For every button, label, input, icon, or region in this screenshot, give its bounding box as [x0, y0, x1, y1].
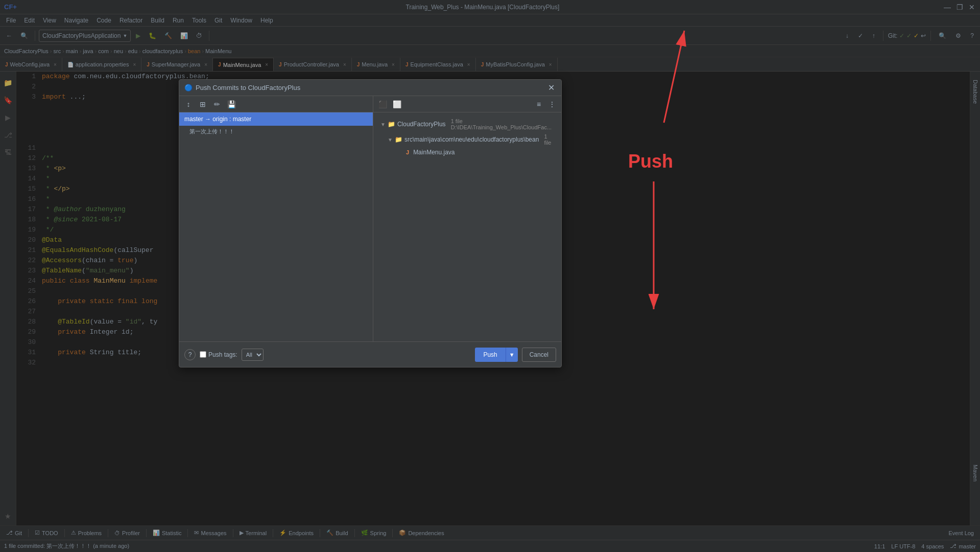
tree-view-btn[interactable]: ⋮: [546, 98, 558, 110]
sort-btn[interactable]: ↕: [182, 98, 195, 110]
collapse-all-btn[interactable]: ⬜: [391, 98, 403, 110]
tree-mainmenu-label: MainMenu.java: [413, 149, 455, 156]
tree-root-meta: 1 file D:\IDEA\Training_Web_Plus\CloudFa…: [451, 118, 554, 130]
push-dropdown-button[interactable]: ▼: [506, 348, 518, 362]
push-tags-text: Push tags:: [208, 351, 237, 358]
tree-src-label: src\main\java\com\neu\edu\cloudfactorypl…: [404, 136, 539, 143]
push-tags-select[interactable]: All: [242, 349, 264, 361]
tree-item-root[interactable]: ▼ 📁 CloudFactoryPlus 1 file D:\IDEA\Trai…: [377, 117, 557, 132]
commit-sub: 第一次上传！！！: [179, 126, 373, 137]
root-folder-icon: 📁: [388, 121, 395, 128]
dialog-title-text: Push Commits to CloudFactoryPlus: [196, 84, 300, 91]
dialog-file-tree: ⬛ ⬜ ≡ ⋮ ▼ 📁 CloudFactoryPlus 1 file D:\I…: [373, 96, 561, 341]
src-folder-icon: 📁: [395, 136, 402, 143]
mainmenu-java-icon: J: [406, 149, 409, 155]
dialog-help-button[interactable]: ?: [184, 349, 196, 360]
edit-btn[interactable]: ✏: [211, 98, 223, 110]
group-btn[interactable]: ⊞: [197, 98, 209, 110]
dialog-close-button[interactable]: ✕: [546, 83, 556, 93]
dialog-right-toolbar: ⬛ ⬜ ≡ ⋮: [373, 96, 561, 112]
list-view-btn[interactable]: ≡: [533, 98, 545, 110]
tree-item-src[interactable]: ▼ 📁 src\main\java\com\neu\edu\cloudfacto…: [377, 132, 557, 147]
dialog-body: ↕ ⊞ ✏ 💾 master → origin : master 第一次上传！！…: [179, 96, 561, 341]
src-toggle: ▼: [388, 137, 393, 143]
dialog-titlebar: 🔵 Push Commits to CloudFactoryPlus ✕: [179, 80, 561, 96]
dialog-left-toolbar: ↕ ⊞ ✏ 💾: [179, 96, 373, 112]
push-button-group: Push ▼: [475, 348, 517, 362]
cancel-button[interactable]: Cancel: [522, 348, 556, 362]
dialog-action-btns: Push ▼ Cancel: [475, 348, 556, 362]
tree-item-mainmenu[interactable]: J MainMenu.java: [377, 147, 557, 157]
dialog-title-icon: 🔵: [184, 84, 193, 91]
push-tags-checkbox[interactable]: [200, 351, 206, 358]
push-dialog: 🔵 Push Commits to CloudFactoryPlus ✕ ↕ ⊞…: [179, 79, 562, 367]
dialog-title: 🔵 Push Commits to CloudFactoryPlus: [184, 84, 546, 91]
commit-branch-text: master → origin : master: [184, 116, 251, 123]
push-tags-label: Push tags:: [200, 351, 237, 358]
dialog-overlay: 🔵 Push Commits to CloudFactoryPlus ✕ ↕ ⊞…: [0, 0, 980, 552]
tree-src-meta: 1 file: [544, 133, 554, 146]
commit-item-master[interactable]: master → origin : master: [179, 112, 373, 126]
root-toggle: ▼: [380, 122, 386, 127]
save-btn-dialog[interactable]: 💾: [225, 98, 237, 110]
tree-root-label: CloudFactoryPlus: [397, 121, 446, 128]
push-main-button[interactable]: Push: [475, 348, 505, 362]
expand-all-btn[interactable]: ⬛: [376, 98, 389, 110]
dialog-commit-list: ↕ ⊞ ✏ 💾 master → origin : master 第一次上传！！…: [179, 96, 373, 341]
dialog-footer: ? Push tags: All Push ▼ Cancel: [179, 341, 561, 367]
commit-sub-text: 第一次上传！！！: [189, 128, 234, 134]
